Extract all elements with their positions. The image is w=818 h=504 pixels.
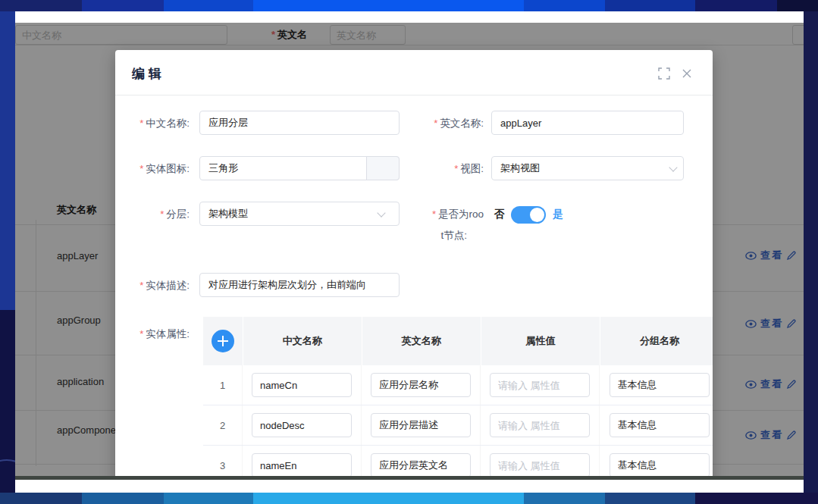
attr-value-input[interactable] (490, 413, 590, 437)
required-marker: * (434, 117, 437, 129)
frame-left-bar (0, 11, 15, 493)
row-index: 1 (220, 380, 225, 391)
required-marker: * (139, 163, 143, 174)
frame-bottom-bar (0, 493, 818, 504)
entity-icon-label: *实体图标: (115, 162, 190, 176)
attr-en-input[interactable] (371, 373, 471, 397)
required-marker: * (432, 208, 436, 220)
row-index: 2 (220, 420, 225, 431)
attr-group-input[interactable] (610, 373, 710, 397)
dialog-header: 编辑 (115, 50, 713, 95)
layer-select[interactable] (199, 202, 400, 226)
attribute-row: 2 (203, 405, 713, 446)
attribute-row: 1 (203, 365, 713, 405)
frame-top-bar (0, 0, 818, 11)
is-root-toggle[interactable] (511, 206, 546, 224)
header-attr-value: 属性值 (481, 317, 600, 365)
cn-name-label: *中文名称: (115, 117, 190, 130)
attribute-row: 3 (203, 446, 713, 476)
attr-en-input[interactable] (371, 453, 471, 476)
dialog-title: 编辑 (132, 65, 165, 83)
icon-picker-addon[interactable] (366, 156, 400, 180)
en-name-input[interactable] (491, 111, 684, 135)
required-marker: * (160, 208, 164, 220)
entity-attrs-label: *实体属性: (115, 327, 190, 341)
edit-dialog: 编辑 *中文名称: *英文名称: *实体图标: *视图: *分层: *是否 (115, 50, 713, 476)
app-window: *英文名 英文名称 appLayer appGroup application … (15, 23, 804, 476)
entity-desc-input[interactable] (199, 273, 400, 297)
view-select[interactable] (491, 156, 684, 180)
attr-value-input[interactable] (490, 453, 590, 476)
row-index: 3 (220, 460, 225, 471)
required-marker: * (139, 280, 143, 291)
app-bottom-edge (15, 476, 804, 480)
required-marker: * (139, 117, 143, 129)
toggle-off-text: 否 (494, 208, 505, 221)
frame-right-bar (804, 11, 818, 493)
en-name-label: *英文名称: (408, 117, 484, 130)
attr-value-input[interactable] (490, 373, 590, 397)
add-attribute-button[interactable] (212, 330, 234, 352)
layer-label: *分层: (115, 208, 190, 221)
header-cn-name: 中文名称 (243, 317, 362, 365)
header-en-name: 英文名称 (362, 317, 481, 365)
cn-name-input[interactable] (199, 111, 400, 135)
attr-group-input[interactable] (610, 413, 710, 437)
attr-group-input[interactable] (610, 453, 710, 476)
close-icon[interactable] (681, 67, 693, 80)
attr-cn-input[interactable] (252, 373, 352, 397)
toggle-knob (530, 208, 544, 222)
is-root-label-line1: *是否为roo (408, 208, 484, 221)
toggle-on-text: 是 (553, 208, 563, 221)
header-group-name: 分组名称 (600, 317, 713, 365)
required-marker: * (454, 163, 458, 174)
header-add-cell (203, 317, 243, 365)
view-label: *视图: (408, 162, 484, 176)
captured-screen: *英文名 英文名称 appLayer appGroup application … (15, 11, 804, 493)
attr-cn-input[interactable] (252, 453, 352, 476)
is-root-label-line2: t节点: (408, 229, 467, 243)
entity-desc-label: *实体描述: (115, 279, 190, 293)
attribute-table-header: 中文名称 英文名称 属性值 分组名称 (203, 317, 713, 365)
attr-en-input[interactable] (371, 413, 471, 437)
fullscreen-icon[interactable] (658, 67, 670, 80)
attribute-table: 中文名称 英文名称 属性值 分组名称 1 2 (203, 317, 713, 476)
attr-cn-input[interactable] (252, 413, 352, 437)
required-marker: * (139, 328, 143, 340)
